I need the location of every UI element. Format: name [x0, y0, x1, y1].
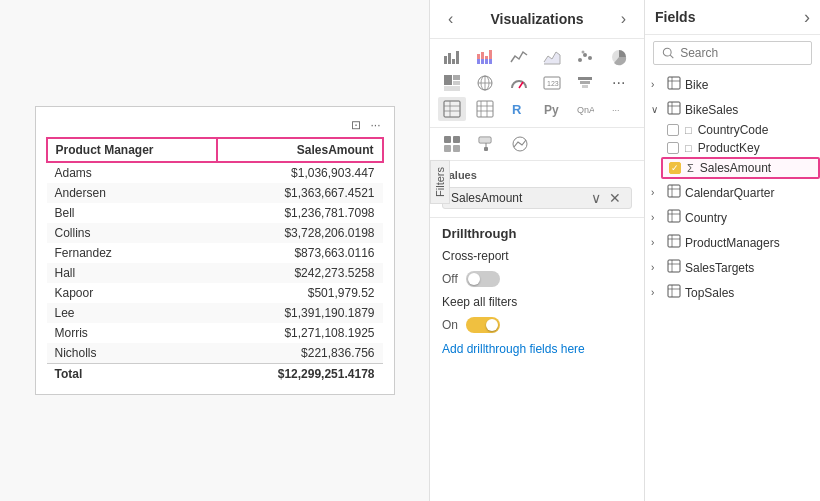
expand-icon[interactable]: ⊡	[348, 117, 364, 133]
amount-cell: $873,663.0116	[217, 243, 383, 263]
gauge-icon[interactable]	[505, 71, 533, 95]
area-chart-icon[interactable]	[538, 45, 566, 69]
cross-report-row: Cross-report	[442, 249, 632, 263]
format-icon[interactable]	[438, 132, 466, 156]
svg-point-15	[582, 51, 585, 54]
paint-roller-icon[interactable]	[472, 132, 500, 156]
sales-amount-pill[interactable]: SalesAmount ∨ ✕	[442, 187, 632, 209]
table-row: Bell$1,236,781.7098	[47, 203, 383, 223]
fields-title: Fields	[655, 9, 695, 25]
field-group-header-bikesales[interactable]: ∨BikeSales	[645, 98, 820, 121]
search-input[interactable]	[680, 46, 803, 60]
svg-line-25	[519, 82, 523, 88]
amount-cell: $501,979.52	[217, 283, 383, 303]
viz-nav-right[interactable]: ›	[615, 8, 632, 30]
keep-filters-knob	[486, 319, 498, 331]
field-group-header-bike[interactable]: ›Bike	[645, 73, 820, 96]
field-group-header-topsales[interactable]: ›TopSales	[645, 281, 820, 304]
svg-rect-10	[489, 50, 492, 59]
total-label: Total	[47, 364, 217, 385]
field-group: ∨BikeSales□CountryCode□ProductKeyΣSalesA…	[645, 98, 820, 179]
pill-remove[interactable]: ✕	[607, 191, 623, 205]
svg-rect-4	[477, 54, 480, 59]
field-checkbox[interactable]	[667, 142, 679, 154]
r-visual-icon[interactable]: R	[505, 97, 533, 121]
left-panel: ⊡ ··· Product Manager SalesAmount Adams$…	[0, 0, 430, 501]
funnel-icon[interactable]	[571, 71, 599, 95]
table-visual: ⊡ ··· Product Manager SalesAmount Adams$…	[35, 106, 395, 395]
table-icon	[667, 101, 681, 118]
map-icon[interactable]	[471, 71, 499, 95]
keep-filters-track[interactable]	[466, 317, 500, 333]
field-group: ›Bike	[645, 73, 820, 96]
amount-cell: $1,363,667.4521	[217, 183, 383, 203]
pill-dropdown[interactable]: ∨	[589, 191, 603, 205]
svg-rect-49	[480, 138, 490, 142]
chevron-icon: ›	[651, 262, 663, 273]
svg-rect-30	[582, 85, 588, 88]
svg-rect-29	[580, 81, 590, 84]
viz-panel-title: Visualizations	[490, 11, 583, 27]
field-item-countrycode[interactable]: □CountryCode	[661, 121, 820, 139]
svg-rect-70	[668, 260, 680, 272]
treemap-icon[interactable]	[438, 71, 466, 95]
field-group-header-salestargets[interactable]: ›SalesTargets	[645, 256, 820, 279]
field-group-header-country[interactable]: ›Country	[645, 206, 820, 229]
field-name-label: CountryCode	[698, 123, 769, 137]
fields-search-box[interactable]	[653, 41, 812, 65]
fields-expand-button[interactable]: ›	[804, 8, 810, 26]
field-item-productkey[interactable]: □ProductKey	[661, 139, 820, 157]
scatter-chart-icon[interactable]	[571, 45, 599, 69]
field-item-salesamount[interactable]: ΣSalesAmount	[661, 157, 820, 179]
middle-panel: ‹ Visualizations ›	[430, 0, 645, 501]
amount-cell: $242,273.5258	[217, 263, 383, 283]
svg-text:Py: Py	[544, 103, 559, 117]
cross-report-toggle[interactable]	[466, 271, 500, 287]
card-icon[interactable]: 123	[538, 71, 566, 95]
svg-rect-6	[481, 52, 484, 59]
manager-cell: Collins	[47, 223, 217, 243]
cross-report-toggle-row: Off	[442, 271, 632, 287]
values-section: Values SalesAmount ∨ ✕	[430, 161, 644, 218]
table-row: Nicholls$221,836.756	[47, 343, 383, 364]
keep-filters-toggle[interactable]	[466, 317, 500, 333]
field-checkbox[interactable]	[667, 124, 679, 136]
table-icon	[667, 76, 681, 93]
svg-rect-3	[456, 51, 459, 64]
field-group-header-productmanagers[interactable]: ›ProductManagers	[645, 231, 820, 254]
stacked-bar-icon[interactable]	[471, 45, 499, 69]
manager-cell: Adams	[47, 162, 217, 183]
fields-panel-header: Fields ›	[645, 0, 820, 35]
chevron-icon: ∨	[651, 104, 663, 115]
bar-chart-icon[interactable]	[438, 45, 466, 69]
table-icon	[667, 259, 681, 276]
field-group-header-calendarquarter[interactable]: ›CalendarQuarter	[645, 181, 820, 204]
filters-bar: Filters	[430, 160, 450, 204]
qna-icon[interactable]: QnA	[571, 97, 599, 121]
matrix-icon[interactable]	[471, 97, 499, 121]
svg-text:QnA: QnA	[577, 105, 594, 115]
table-icon[interactable]	[438, 97, 466, 121]
python-icon[interactable]: Py	[538, 97, 566, 121]
svg-rect-51	[484, 147, 488, 151]
svg-rect-18	[453, 75, 460, 80]
add-drillthrough-button[interactable]: Add drillthrough fields here	[442, 342, 585, 356]
amount-cell: $3,728,206.0198	[217, 223, 383, 243]
ai-icon[interactable]: ···	[605, 97, 633, 121]
field-group-name: TopSales	[685, 286, 734, 300]
field-checkbox[interactable]	[669, 162, 681, 174]
field-group: ›Country	[645, 206, 820, 229]
svg-rect-55	[668, 77, 680, 89]
viz-nav-left[interactable]: ‹	[442, 8, 459, 30]
cross-report-label: Cross-report	[442, 249, 509, 263]
svg-rect-44	[444, 136, 451, 143]
more-viz-icon[interactable]: ···	[605, 71, 633, 95]
line-chart-icon[interactable]	[505, 45, 533, 69]
cross-report-track[interactable]	[466, 271, 500, 287]
more-icon[interactable]: ···	[368, 117, 384, 133]
chevron-icon: ›	[651, 187, 663, 198]
table-row: Adams$1,036,903.447	[47, 162, 383, 183]
analytics-icon[interactable]	[506, 132, 534, 156]
svg-point-53	[663, 48, 671, 56]
pie-chart-icon[interactable]	[605, 45, 633, 69]
